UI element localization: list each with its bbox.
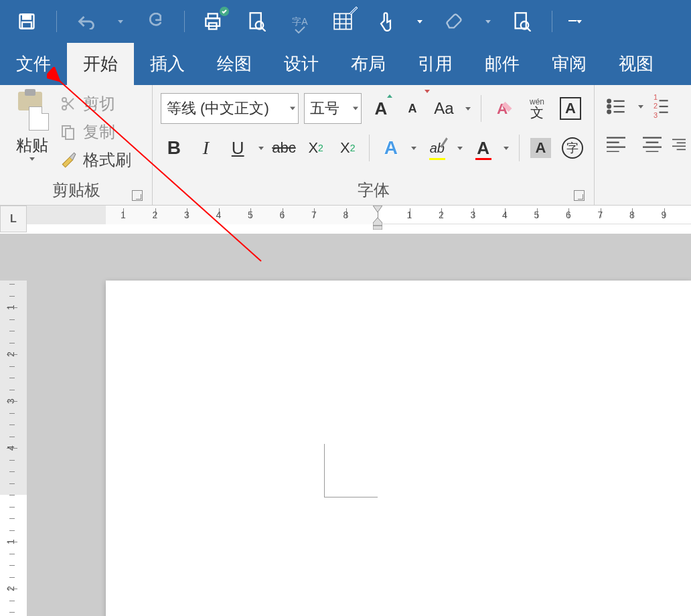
ribbon: 粘贴 剪切 复制	[0, 85, 691, 206]
tab-draw[interactable]: 绘图	[201, 43, 268, 85]
copy-button[interactable]: 复制	[59, 121, 131, 143]
svg-point-18	[62, 106, 66, 110]
ruler-area: L 87654321123456789	[0, 206, 691, 234]
tab-mailings[interactable]: 邮件	[469, 43, 536, 85]
bold-button[interactable]: B	[161, 133, 187, 163]
numbering-button[interactable]: 123	[649, 92, 672, 121]
svg-rect-22	[66, 129, 74, 139]
save-button[interactable]	[13, 8, 40, 35]
superscript-button[interactable]: X2	[335, 133, 362, 163]
align-left-button[interactable]	[600, 129, 632, 159]
font-dialog-launcher[interactable]	[574, 190, 585, 201]
font-size-select[interactable]: 五号	[304, 93, 362, 124]
paste-button[interactable]: 粘贴	[16, 135, 48, 156]
separator	[56, 11, 57, 32]
svg-point-17	[62, 98, 66, 102]
text-effects-button[interactable]: A	[378, 133, 404, 163]
ruler-corner[interactable]: L	[0, 206, 27, 232]
group-paragraph: 123	[595, 85, 691, 205]
character-border-button[interactable]: A	[556, 94, 585, 123]
tab-references[interactable]: 引用	[402, 43, 469, 85]
bullets-dropdown[interactable]	[636, 105, 645, 108]
erase-dropdown[interactable]	[483, 20, 493, 23]
format-painter-button[interactable]: 格式刷	[59, 149, 131, 171]
group-font: 等线 (中文正文) 五号 A A Aa A	[153, 85, 595, 205]
spellcheck-button[interactable]: 字A	[287, 8, 313, 35]
character-shading-button[interactable]: A	[528, 133, 554, 163]
clipboard-dialog-launcher[interactable]	[132, 190, 143, 201]
tab-layout[interactable]: 布局	[335, 43, 402, 85]
tab-insert[interactable]: 插入	[134, 43, 201, 85]
highlight-dropdown[interactable]	[456, 147, 465, 150]
svg-rect-9	[334, 13, 352, 29]
font-color-button[interactable]: A	[470, 133, 497, 163]
ribbon-tabs: 文件 开始 插入 绘图 设计 布局 引用 邮件 审阅 视图	[0, 43, 691, 85]
underline-button[interactable]: U	[224, 133, 251, 163]
text-cursor-area	[324, 444, 378, 497]
svg-rect-45	[373, 226, 382, 230]
svg-line-8	[262, 28, 266, 31]
highlight-button[interactable]: ab	[424, 133, 451, 163]
insert-table-button[interactable]	[329, 8, 356, 35]
change-case-dropdown[interactable]	[463, 107, 473, 110]
paste-icon	[15, 92, 49, 131]
document-page[interactable]	[106, 281, 691, 616]
svg-line-16	[528, 28, 531, 31]
align-center-button[interactable]	[636, 129, 668, 159]
print-preview-button[interactable]	[244, 8, 271, 35]
cut-button[interactable]: 剪切	[59, 93, 131, 114]
tab-home[interactable]: 开始	[67, 43, 134, 85]
svg-point-24	[607, 100, 611, 103]
bullets-button[interactable]	[600, 92, 632, 121]
align-right-button[interactable]	[672, 129, 686, 159]
scissors-icon	[59, 94, 78, 113]
strikethrough-button[interactable]: abc	[271, 133, 297, 163]
separator	[184, 11, 185, 32]
clear-formatting-button[interactable]: A	[489, 94, 518, 123]
enclose-characters-button[interactable]: 字	[559, 133, 586, 163]
tab-review[interactable]: 审阅	[536, 43, 603, 85]
shrink-font-button[interactable]: A	[400, 94, 425, 123]
paste-dropdown[interactable]	[27, 157, 37, 161]
group-title-font: 字体	[358, 179, 390, 201]
redo-button[interactable]	[141, 8, 168, 35]
copy-icon	[59, 123, 78, 141]
tab-view[interactable]: 视图	[603, 43, 670, 85]
svg-rect-1	[23, 15, 31, 19]
erase-button[interactable]	[441, 8, 467, 35]
quick-print-button[interactable]	[201, 8, 228, 35]
tab-design[interactable]: 设计	[268, 43, 335, 85]
touch-mode-button[interactable]	[372, 8, 399, 35]
customize-qat-dropdown[interactable]	[568, 20, 582, 23]
vertical-ruler[interactable]: 432112	[0, 281, 27, 616]
font-name-select[interactable]: 等线 (中文正文)	[161, 93, 299, 124]
svg-rect-2	[22, 22, 31, 28]
group-title-clipboard: 剪贴板	[52, 179, 100, 201]
italic-button[interactable]: I	[193, 133, 220, 163]
undo-button[interactable]	[73, 8, 100, 35]
document-area: 432112	[0, 234, 691, 616]
group-clipboard: 粘贴 剪切 复制	[0, 85, 153, 205]
tab-file[interactable]: 文件	[0, 43, 67, 85]
subscript-button[interactable]: X2	[303, 133, 329, 163]
separator	[552, 11, 552, 32]
horizontal-ruler[interactable]: 87654321123456789	[27, 206, 691, 224]
font-color-dropdown[interactable]	[502, 147, 511, 150]
undo-dropdown[interactable]	[116, 20, 125, 23]
underline-dropdown[interactable]	[256, 147, 265, 150]
svg-point-28	[607, 110, 611, 114]
grow-font-button[interactable]: A	[367, 94, 395, 123]
touch-dropdown[interactable]	[415, 20, 425, 23]
text-effects-dropdown[interactable]	[410, 147, 418, 150]
brush-icon	[59, 151, 78, 169]
change-case-button[interactable]: Aa	[430, 94, 458, 123]
phonetic-guide-button[interactable]: wén 文	[523, 94, 551, 123]
quick-access-toolbar: 字A	[0, 0, 691, 43]
svg-point-26	[607, 105, 611, 108]
find-button[interactable]	[509, 8, 536, 35]
